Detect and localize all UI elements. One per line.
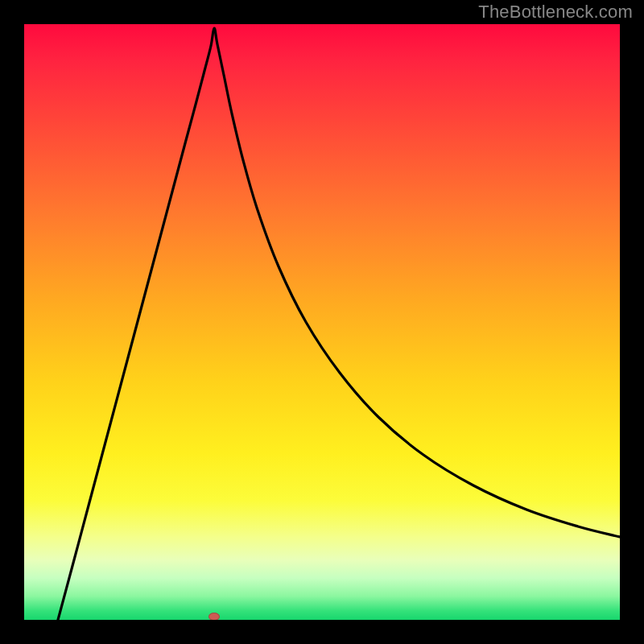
bottleneck-curve — [24, 24, 620, 620]
plot-area — [24, 24, 620, 620]
watermark-text: TheBottleneck.com — [478, 2, 633, 23]
chart-frame: TheBottleneck.com — [0, 0, 644, 644]
minimum-marker-icon — [208, 613, 220, 620]
